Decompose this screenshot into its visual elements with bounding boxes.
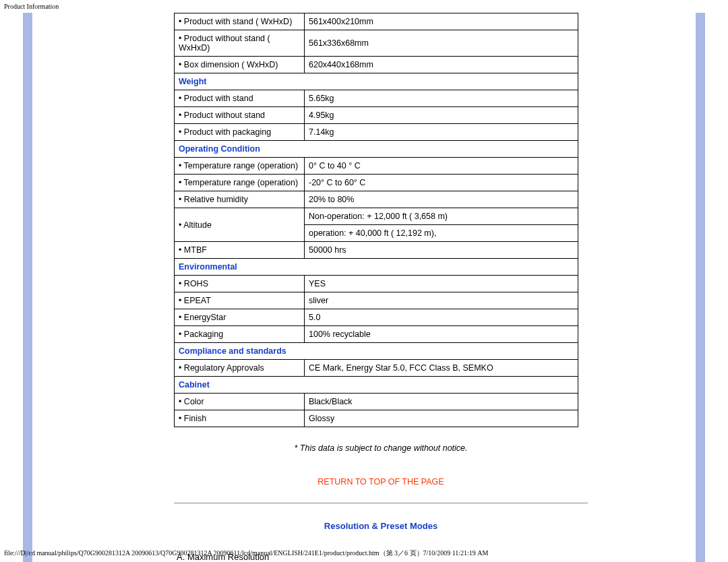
- section-header: Weight: [175, 73, 578, 90]
- spec-value: CE Mark, Energy Star 5.0, FCC Class B, S…: [305, 360, 578, 377]
- spec-label: • MTBF: [175, 242, 305, 259]
- spec-value: sliver: [305, 292, 578, 309]
- spec-value: YES: [305, 276, 578, 292]
- spec-label: • Regulatory Approvals: [175, 360, 305, 377]
- main-wrap: • Product with stand ( WxHxD)561x400x210…: [0, 13, 728, 562]
- spec-label: • ROHS: [175, 276, 305, 292]
- spec-value: 7.14kg: [305, 124, 578, 141]
- right-sidebar: [696, 13, 705, 562]
- spec-label: • Product with stand ( WxHxD): [175, 13, 305, 30]
- return-to-top-link[interactable]: RETURN TO TOP OF THE PAGE: [174, 477, 588, 487]
- spec-label: • Finish: [175, 410, 305, 427]
- section-header: Compliance and standards: [175, 343, 578, 360]
- spec-label: • Product with packaging: [175, 124, 305, 141]
- spec-value: 20% to 80%: [305, 191, 578, 208]
- spec-label: • Product with stand: [175, 90, 305, 107]
- spec-label: • Altitude: [175, 208, 305, 242]
- content-area: • Product with stand ( WxHxD)561x400x210…: [32, 13, 696, 562]
- section-header: Operating Condition: [175, 141, 578, 158]
- spec-value: Black/Black: [305, 394, 578, 410]
- spec-table: • Product with stand ( WxHxD)561x400x210…: [174, 13, 578, 427]
- left-sidebar: [23, 13, 32, 562]
- spec-value: 4.95kg: [305, 107, 578, 124]
- spec-label: • Product without stand: [175, 107, 305, 124]
- spec-label: • EnergyStar: [175, 309, 305, 326]
- spec-value: operation: + 40,000 ft ( 12,192 m),: [305, 225, 578, 242]
- spec-value: 50000 hrs: [305, 242, 578, 259]
- spec-value: Non-operation: + 12,000 ft ( 3,658 m): [305, 208, 578, 225]
- spec-value: 561x336x68mm: [305, 30, 578, 57]
- page-header: Product Information: [0, 0, 728, 13]
- change-notice: * This data is subject to change without…: [174, 443, 588, 453]
- spec-value: 620x440x168mm: [305, 57, 578, 73]
- spec-value: Glossy: [305, 410, 578, 427]
- section-header: Environmental: [175, 259, 578, 276]
- spec-value: -20° C to 60° C: [305, 175, 578, 191]
- spec-value: 0° C to 40 ° C: [305, 158, 578, 175]
- spec-label: • Color: [175, 394, 305, 410]
- resolution-heading: Resolution & Preset Modes: [174, 521, 588, 531]
- spec-label: • Temperature range (operation): [175, 175, 305, 191]
- spec-value: 5.65kg: [305, 90, 578, 107]
- spec-value: 561x400x210mm: [305, 13, 578, 30]
- section-header: Cabinet: [175, 377, 578, 394]
- spec-label: • Temperature range (operation): [175, 158, 305, 175]
- return-link-text[interactable]: RETURN TO TOP OF THE PAGE: [317, 477, 444, 487]
- spec-label: • Relative humidity: [175, 191, 305, 208]
- spec-label: • EPEAT: [175, 292, 305, 309]
- spec-value: 5.0: [305, 309, 578, 326]
- footer-path: file:///D|/cd manual/philips/Q70G9002813…: [0, 544, 492, 562]
- spec-label: • Packaging: [175, 326, 305, 343]
- spec-label: • Box dimension ( WxHxD): [175, 57, 305, 73]
- spec-label: • Product without stand ( WxHxD): [175, 30, 305, 57]
- divider: [174, 503, 588, 503]
- spec-value: 100% recyclable: [305, 326, 578, 343]
